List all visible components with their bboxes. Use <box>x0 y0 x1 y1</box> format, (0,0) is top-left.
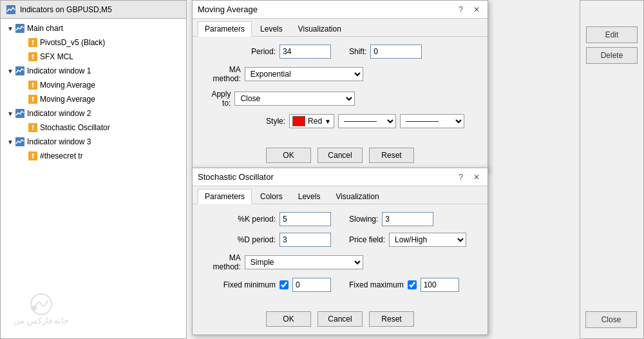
tree-item-moving-avg-1[interactable]: ▶ f Moving Average <box>1 78 186 92</box>
ma-tab-levels[interactable]: Levels <box>253 21 290 36</box>
tree-item-indicator-window-1[interactable]: ▼ Indicator window 1 <box>1 64 186 78</box>
stoch-fixedmax-input[interactable] <box>421 278 459 292</box>
stoch-cancel-button[interactable]: Cancel <box>317 311 363 327</box>
tree-item-indicator-window-2[interactable]: ▼ Indicator window 2 <box>1 106 186 121</box>
chart-icon <box>15 66 25 76</box>
watermark-text: خانه فارکس من <box>14 316 69 325</box>
ma-style-label: Style: <box>266 117 285 126</box>
ma-footer: OK Cancel Reset <box>193 142 488 171</box>
ma-ok-button[interactable]: OK <box>266 148 311 163</box>
tree-item-indicator-window-3[interactable]: ▼ Indicator window 3 <box>1 135 186 149</box>
ma-tab-visualization[interactable]: Visualization <box>291 21 348 36</box>
indicator-window-1-label: Indicator window 1 <box>27 66 91 75</box>
stoch-pricefield-select[interactable]: Low/High Close/Close <box>389 233 466 247</box>
stoch-mamethod-label: MA method: <box>203 253 241 271</box>
thesecret-label: #thesecret tr <box>40 151 83 160</box>
moving-avg-1-label: Moving Average <box>40 81 95 90</box>
tree-item-main-chart[interactable]: ▼ Main chart <box>1 21 186 35</box>
stoch-fixedmin-checkbox[interactable] <box>279 280 289 289</box>
edit-button[interactable]: Edit <box>586 26 638 43</box>
svg-point-18 <box>32 305 37 311</box>
stoch-mamethod-select[interactable]: Simple Exponential Smoothed Linear Weigh… <box>245 255 364 269</box>
ma-cancel-button[interactable]: Cancel <box>317 148 363 163</box>
ma-color-swatch <box>292 116 305 126</box>
delete-button[interactable]: Delete <box>586 47 638 64</box>
close-button[interactable]: Close <box>585 311 637 328</box>
ma-reset-button[interactable]: Reset <box>369 148 414 163</box>
stoch-minmax-row: Fixed minimum Fixed maximum <box>203 278 477 292</box>
stoch-dperiod-label: %D period: <box>238 235 276 244</box>
ma-apply-select[interactable]: Close Open High Low Median Price Typical… <box>234 92 355 106</box>
panel-title: Indicators on GBPUSD,M5 <box>1 1 186 19</box>
chart-icon <box>15 137 25 147</box>
moving-avg-2-label: Moving Average <box>40 95 95 104</box>
moving-average-dialog: Moving Average ? ✕ Parameters Levels Vis… <box>192 0 488 171</box>
stoch-tab-colors[interactable]: Colors <box>253 189 290 204</box>
sfx-mcl-label: SFX MCL <box>40 52 73 61</box>
stoch-tab-visualization[interactable]: Visualization <box>328 189 386 204</box>
ma-color-chevron: ▼ <box>325 118 331 125</box>
tree-item-pivotsD[interactable]: ▶ f PivotsD_v5 (Black) <box>1 35 186 50</box>
expand-icon: ▼ <box>6 24 15 33</box>
ma-method-label: MA method: <box>203 65 241 83</box>
stoch-dialog-title: Stochastic Oscillator <box>198 172 274 182</box>
panel-title-text: Indicators on GBPUSD,M5 <box>20 5 112 14</box>
tree-item-moving-avg-2[interactable]: ▶ f Moving Average <box>1 92 186 106</box>
indicator-icon: f <box>28 37 38 48</box>
stoch-dperiod-input[interactable] <box>279 233 331 247</box>
ma-shift-label: Shift: <box>349 47 366 56</box>
action-panel: Edit Delete Close <box>580 0 644 339</box>
stoch-mamethod-row: MA method: Simple Exponential Smoothed L… <box>203 253 477 271</box>
ma-line-style-select[interactable]: ────── - - - - ········· <box>338 114 396 128</box>
stoch-slowing-input[interactable] <box>382 212 433 226</box>
stoch-kperiod-input[interactable] <box>279 212 331 226</box>
stoch-help-button[interactable]: ? <box>456 173 466 182</box>
indicators-panel: Indicators on GBPUSD,M5 ▼ Main chart ▶ f… <box>0 0 187 339</box>
ma-method-row: MA method: Simple Exponential Smoothed L… <box>203 65 477 83</box>
ma-method-select[interactable]: Simple Exponential Smoothed Linear Weigh… <box>245 67 364 81</box>
ma-style-row: Style: Red ▼ ────── - - - - ········· ──… <box>203 114 477 128</box>
ma-period-input[interactable] <box>279 44 331 59</box>
stochastic-label: Stochastic Oscillator <box>40 123 110 132</box>
stoch-close-icon-button[interactable]: ✕ <box>471 173 482 182</box>
expand-icon: ▼ <box>6 137 15 146</box>
expand-icon: ▼ <box>6 109 15 118</box>
ma-tab-parameters[interactable]: Parameters <box>198 21 252 37</box>
stoch-reset-button[interactable]: Reset <box>369 311 414 327</box>
stochastic-dialog: Stochastic Oscillator ? ✕ Parameters Col… <box>192 168 488 335</box>
ma-shift-input[interactable] <box>370 44 422 59</box>
stoch-tabs: Parameters Colors Levels Visualization <box>193 186 488 204</box>
stoch-fixedmax-checkbox[interactable] <box>408 280 417 289</box>
pivotsD-label: PivotsD_v5 (Black) <box>40 38 105 47</box>
ma-title-buttons: ? ✕ <box>456 5 482 14</box>
indicator-icon: f <box>28 122 38 133</box>
stoch-footer: OK Cancel Reset <box>193 306 488 334</box>
indicator-icon: f <box>28 52 38 62</box>
tree-item-stochastic[interactable]: ▶ f Stochastic Oscillator <box>1 121 186 135</box>
stoch-tab-parameters[interactable]: Parameters <box>198 189 252 204</box>
ma-period-label: Period: <box>251 47 276 56</box>
stoch-tab-levels[interactable]: Levels <box>291 189 328 204</box>
indicator-window-3-label: Indicator window 3 <box>27 137 91 146</box>
ma-line-width-select[interactable]: ────── ━━━━━━ <box>400 114 464 128</box>
ma-dialog-title: Moving Average <box>198 5 258 14</box>
ma-color-picker[interactable]: Red ▼ <box>289 114 334 128</box>
watermark-logo-icon <box>25 290 57 316</box>
stoch-fixedmin-label: Fixed minimum <box>223 280 276 289</box>
stoch-dperiod-row: %D period: Price field: Low/High Close/C… <box>203 233 477 247</box>
stoch-kperiod-label: %K period: <box>238 215 276 224</box>
ma-period-row: Period: Shift: <box>203 44 477 59</box>
tree-item-sfx-mcl[interactable]: ▶ f SFX MCL <box>1 50 186 64</box>
stoch-pricefield-label: Price field: <box>349 235 385 244</box>
stoch-dialog-title-bar: Stochastic Oscillator ? ✕ <box>193 168 488 186</box>
stoch-kperiod-row: %K period: Slowing: <box>203 212 477 226</box>
chart-icon <box>15 108 25 119</box>
stoch-content: %K period: Slowing: %D period: Price fie… <box>193 204 488 306</box>
main-chart-label: Main chart <box>27 24 63 33</box>
tree-item-thesecret[interactable]: ▶ f #thesecret tr <box>1 149 186 163</box>
ma-close-icon-button[interactable]: ✕ <box>471 5 482 14</box>
stoch-ok-button[interactable]: OK <box>266 311 311 327</box>
ma-help-button[interactable]: ? <box>456 5 466 14</box>
stoch-fixedmin-input[interactable] <box>292 278 331 292</box>
ma-dialog-title-bar: Moving Average ? ✕ <box>193 1 488 19</box>
